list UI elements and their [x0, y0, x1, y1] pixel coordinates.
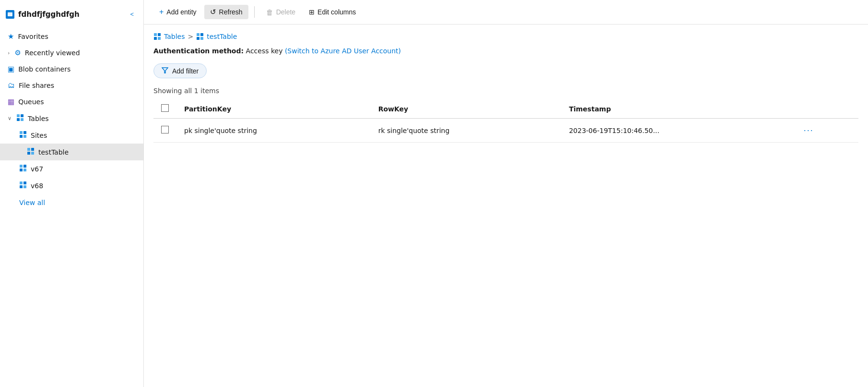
svg-marker-30: [162, 68, 168, 73]
svg-rect-7: [23, 131, 26, 134]
edit-columns-label: Edit columns: [317, 8, 356, 16]
auth-method-section: Authentication method: Access key (Switc…: [144, 45, 868, 61]
svg-rect-8: [20, 135, 23, 138]
breadcrumb-current-icon: [196, 32, 204, 40]
breadcrumb-parent-label[interactable]: Tables: [164, 33, 185, 40]
svg-rect-26: [197, 33, 199, 36]
breadcrumb: Tables > testTable: [144, 26, 868, 45]
sidebar-item-tables[interactable]: ∨ Tables: [0, 110, 143, 127]
svg-rect-11: [31, 148, 34, 151]
sidebar-item-favorites[interactable]: ★ Favorites: [0, 28, 143, 45]
sidebar-item-favorites-label: Favorites: [18, 33, 48, 40]
content-area: Tables > testTable Authentication method…: [144, 24, 868, 387]
svg-rect-29: [200, 37, 203, 40]
svg-rect-10: [27, 148, 30, 151]
view-all-link[interactable]: View all: [0, 194, 143, 211]
svg-rect-13: [31, 152, 34, 155]
sidebar-item-file-shares[interactable]: 🗂 File shares: [0, 77, 143, 94]
header-timestamp[interactable]: Timestamp: [561, 99, 794, 119]
tables-icon: [16, 114, 24, 123]
sidebar-item-sites-label: Sites: [31, 132, 47, 139]
svg-rect-28: [197, 37, 199, 40]
toolbar-divider: [254, 6, 255, 18]
header-actions: [794, 99, 858, 119]
row-checkbox[interactable]: [161, 126, 169, 133]
svg-rect-27: [200, 33, 203, 36]
header-checkbox[interactable]: [161, 104, 169, 112]
expand-arrow-icon: ›: [8, 50, 10, 56]
svg-rect-23: [158, 33, 161, 36]
edit-columns-button[interactable]: ⊞ Edit columns: [303, 5, 362, 19]
filter-section: Add filter: [144, 61, 868, 86]
svg-rect-2: [17, 114, 20, 117]
svg-rect-14: [20, 165, 23, 168]
svg-rect-15: [23, 165, 26, 168]
sidebar-item-v68-label: v68: [31, 182, 43, 190]
sidebar-item-v68[interactable]: v68: [0, 177, 143, 194]
header-row-key[interactable]: RowKey: [371, 99, 562, 119]
add-filter-button[interactable]: Add filter: [153, 63, 207, 78]
table-row: pk single'quote string rk single'quote s…: [153, 119, 858, 143]
refresh-label: Refresh: [219, 8, 243, 16]
account-name-label: fdhdfjfgghdfgh: [18, 10, 80, 19]
add-entity-icon: +: [159, 8, 164, 16]
v67-icon: [19, 164, 27, 173]
svg-rect-0: [8, 13, 12, 16]
delete-button[interactable]: 🗑 Delete: [260, 5, 301, 19]
sites-table-icon: [19, 131, 27, 140]
row-more-button[interactable]: ···: [802, 124, 816, 136]
sidebar-item-blob-containers[interactable]: ▣ Blob containers: [0, 61, 143, 77]
svg-rect-18: [20, 181, 23, 184]
refresh-button[interactable]: ↺ Refresh: [204, 5, 248, 19]
header-checkbox-cell: [153, 99, 176, 119]
sidebar-item-recently-viewed[interactable]: › ⚙ Recently viewed: [0, 45, 143, 61]
svg-rect-24: [154, 37, 157, 40]
svg-rect-9: [23, 135, 26, 138]
collapse-sidebar-button[interactable]: <: [128, 9, 136, 20]
refresh-icon: ↺: [210, 8, 216, 16]
svg-rect-17: [23, 169, 26, 171]
auth-method-label: Authentication method:: [153, 47, 244, 55]
sidebar-item-queues[interactable]: ▦ Queues: [0, 94, 143, 110]
row-row-key: rk single'quote string: [371, 119, 562, 143]
file-shares-icon: 🗂: [8, 81, 15, 90]
switch-auth-link[interactable]: (Switch to Azure AD User Account): [285, 47, 401, 55]
blob-containers-icon: ▣: [8, 65, 14, 73]
sidebar-item-queues-label: Queues: [18, 98, 44, 106]
add-entity-button[interactable]: + Add entity: [153, 5, 202, 19]
v68-icon: [19, 181, 27, 190]
svg-rect-1: [8, 12, 12, 13]
sidebar-item-sites[interactable]: Sites: [0, 127, 143, 144]
sidebar-item-v67[interactable]: v67: [0, 160, 143, 177]
sidebar-item-tables-label: Tables: [28, 115, 49, 122]
sidebar-header: fdhdfjfgghdfgh <: [0, 0, 143, 28]
svg-rect-19: [23, 181, 26, 184]
main-content: + Add entity ↺ Refresh 🗑 Delete ⊞ Edit c…: [144, 0, 868, 387]
sidebar-item-blob-containers-label: Blob containers: [18, 65, 70, 73]
svg-rect-3: [21, 114, 23, 117]
sidebar: fdhdfjfgghdfgh < ★ Favorites › ⚙ Recentl…: [0, 0, 144, 387]
add-filter-label: Add filter: [172, 67, 199, 75]
toolbar: + Add entity ↺ Refresh 🗑 Delete ⊞ Edit c…: [144, 0, 868, 24]
sidebar-item-recently-viewed-label: Recently viewed: [25, 49, 80, 57]
recently-viewed-icon: ⚙: [14, 48, 21, 57]
svg-rect-6: [20, 131, 23, 134]
sidebar-item-testtable-label: testTable: [38, 148, 69, 156]
queues-icon: ▦: [8, 97, 14, 106]
row-more-actions-cell: ···: [794, 119, 858, 143]
row-timestamp: 2023-06-19T15:10:46.50...: [561, 119, 794, 143]
svg-rect-22: [154, 33, 157, 36]
data-table: PartitionKey RowKey Timestamp pk single'…: [153, 99, 858, 143]
svg-rect-4: [17, 118, 20, 121]
breadcrumb-parent-icon: [153, 32, 161, 40]
svg-rect-20: [20, 185, 23, 188]
svg-rect-16: [20, 169, 23, 171]
breadcrumb-separator: >: [188, 33, 194, 40]
storage-account-icon: [6, 10, 14, 19]
header-partition-key[interactable]: PartitionKey: [176, 99, 371, 119]
delete-label: Delete: [276, 8, 295, 16]
svg-rect-25: [158, 37, 161, 40]
sidebar-item-testtable[interactable]: testTable: [0, 144, 143, 160]
sidebar-item-file-shares-label: File shares: [19, 82, 54, 89]
delete-icon: 🗑: [266, 8, 273, 16]
